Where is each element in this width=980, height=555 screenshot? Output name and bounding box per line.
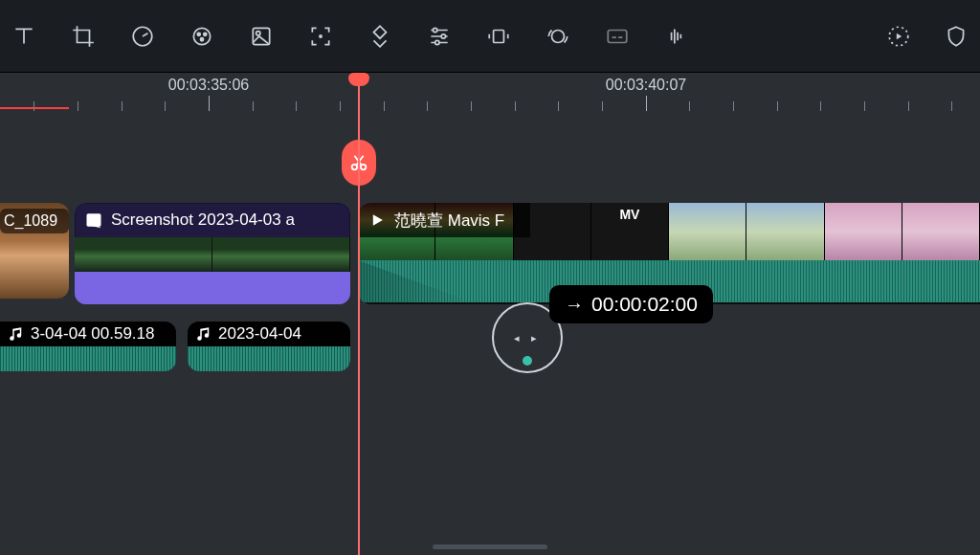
blend-icon[interactable] xyxy=(366,22,394,51)
svg-point-2 xyxy=(197,33,200,35)
color-icon[interactable] xyxy=(188,22,216,51)
clip-label: C_1089 xyxy=(4,212,57,230)
ruler-tick xyxy=(646,96,647,111)
ruler-label: 00:03:40:07 xyxy=(606,77,687,94)
ruler-tick xyxy=(384,101,385,111)
split-button[interactable] xyxy=(342,140,376,186)
ruler-tick xyxy=(471,101,472,111)
timeline[interactable]: 00:03:35:06 00:03:40:07 xyxy=(0,73,980,555)
clip-thumbnails: MV 范曉萱 Mavis F xyxy=(358,203,980,260)
image-clip[interactable]: Screenshot 2023-04-03 a xyxy=(75,203,350,304)
audio-clip[interactable]: 2023-04-04 xyxy=(188,322,350,371)
video-clip[interactable]: C_1089 xyxy=(0,203,69,299)
clip-mv-overlay: MV xyxy=(619,207,639,222)
svg-rect-11 xyxy=(494,30,504,42)
tool-group-right xyxy=(884,22,970,51)
ruler-tick xyxy=(951,101,952,111)
equalizer-icon[interactable] xyxy=(662,22,691,51)
svg-point-10 xyxy=(435,40,439,44)
svg-point-1 xyxy=(193,28,210,44)
ruler-tick xyxy=(558,101,559,111)
ruler-in-range xyxy=(0,107,69,109)
ruler-tick xyxy=(427,101,428,111)
speed-icon[interactable] xyxy=(128,22,157,51)
music-icon xyxy=(195,325,212,343)
ruler-tick xyxy=(340,101,341,111)
dotted-play-icon[interactable] xyxy=(884,22,913,51)
ruler-tick xyxy=(777,101,778,111)
clip-header: 范曉萱 Mavis F xyxy=(358,203,530,237)
svg-point-3 xyxy=(204,33,207,35)
mask-icon[interactable] xyxy=(247,22,276,51)
clip-label: Screenshot 2023-04-03 a xyxy=(111,211,295,230)
ruler-tick xyxy=(253,101,254,111)
svg-point-7 xyxy=(320,34,322,36)
trim-tooltip: → 00:00:02:00 xyxy=(549,285,713,323)
svg-point-9 xyxy=(441,33,445,37)
svg-point-6 xyxy=(256,31,260,34)
ruler-tick xyxy=(296,101,297,111)
svg-point-4 xyxy=(200,37,203,40)
clip-label: 范曉萱 Mavis F xyxy=(394,210,504,232)
clip-label: 2023-04-04 xyxy=(218,324,301,344)
trim-timecode: 00:00:02:00 xyxy=(591,293,698,316)
ruler-tick xyxy=(689,101,690,111)
subtitle-icon[interactable] xyxy=(603,22,632,51)
svg-point-12 xyxy=(552,30,565,42)
ruler-tick xyxy=(864,101,865,111)
home-indicator xyxy=(433,544,547,549)
clip-header: 2023-04-04 xyxy=(188,322,350,346)
ruler-tick xyxy=(33,101,34,111)
clip-label: 3-04-04 00.59.18 xyxy=(31,324,155,344)
ruler-tick xyxy=(602,101,603,111)
ruler-label: 00:03:35:06 xyxy=(168,77,250,94)
svg-point-18 xyxy=(90,217,93,220)
clip-body xyxy=(75,272,350,304)
ruler-tick xyxy=(908,101,909,111)
ruler-tick xyxy=(209,96,210,111)
text-icon[interactable] xyxy=(10,22,38,51)
image-icon xyxy=(84,211,103,230)
ruler-tick xyxy=(122,101,122,111)
crop-icon[interactable] xyxy=(69,22,98,51)
adjust-icon[interactable] xyxy=(425,22,454,51)
clip-header: C_1089 xyxy=(0,209,69,233)
play-icon xyxy=(368,211,387,230)
clip-thumbnails xyxy=(75,237,350,272)
ruler-tick xyxy=(78,101,78,111)
audio-waveform xyxy=(188,346,350,371)
focus-icon[interactable] xyxy=(306,22,335,51)
svg-rect-13 xyxy=(608,30,627,42)
audio-waveform xyxy=(0,346,176,371)
ruler-tick xyxy=(820,101,821,111)
toolbar xyxy=(0,0,980,73)
shield-icon[interactable] xyxy=(942,22,970,51)
arrow-right-icon: → xyxy=(565,295,584,314)
ruler-tick xyxy=(515,101,516,111)
ruler-tick xyxy=(165,101,166,111)
music-icon xyxy=(8,325,25,343)
ruler-tick xyxy=(733,101,734,111)
clip-header: Screenshot 2023-04-03 a xyxy=(75,203,350,237)
timeline-ruler[interactable]: 00:03:35:06 00:03:40:07 xyxy=(0,73,980,132)
resize-icon[interactable] xyxy=(484,22,513,51)
svg-point-8 xyxy=(434,28,437,32)
playhead-line xyxy=(358,132,359,555)
tool-group-left xyxy=(10,22,884,51)
audio-fx-icon[interactable] xyxy=(544,22,572,51)
clip-header: 3-04-04 00.59.18 xyxy=(0,322,176,346)
audio-clip[interactable]: 3-04-04 00.59.18 xyxy=(0,322,176,371)
